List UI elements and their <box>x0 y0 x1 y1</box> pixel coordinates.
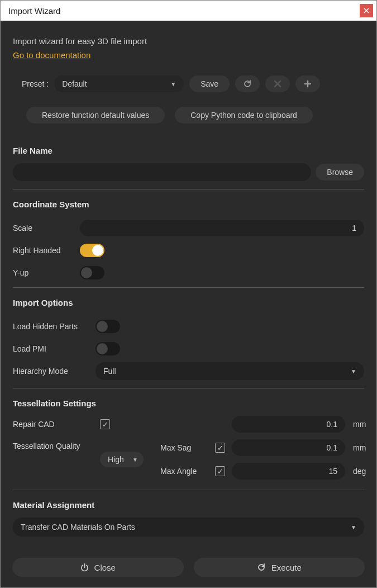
close-icon[interactable] <box>360 4 373 17</box>
repair-cad-unit: mm <box>350 420 372 429</box>
repair-cad-input[interactable] <box>232 416 345 433</box>
maxsag-input[interactable] <box>232 439 345 456</box>
scale-label: Scale <box>13 224 80 233</box>
delete-icon[interactable] <box>265 75 290 92</box>
refresh-icon <box>257 563 266 572</box>
restore-defaults-button[interactable]: Restore function default values <box>26 107 165 124</box>
yup-row: Y-up <box>13 262 364 284</box>
refresh-icon[interactable] <box>235 75 260 92</box>
maxangle-unit: deg <box>350 467 372 476</box>
divider <box>13 388 364 388</box>
tess-quality-value: High <box>108 455 124 464</box>
footer: Close Execute <box>0 558 377 577</box>
filename-row: Browse <box>13 163 364 181</box>
documentation-link[interactable]: Go to documentation <box>13 50 90 60</box>
maxsag-label: Max Sag <box>160 443 211 452</box>
secondary-actions: Restore function default values Copy Pyt… <box>13 107 364 124</box>
chevron-down-icon: ▼ <box>170 81 176 87</box>
titlebar: Import Wizard <box>1 1 376 21</box>
hierarchy-value: Full <box>103 367 116 376</box>
maxsag-unit: mm <box>350 443 372 452</box>
copy-python-button[interactable]: Copy Python code to clipboard <box>175 107 313 124</box>
add-icon[interactable] <box>295 75 320 92</box>
load-pmi-toggle[interactable] <box>96 342 120 355</box>
preset-row: Preset : Default ▼ Save <box>13 75 364 92</box>
divider <box>13 490 364 490</box>
preset-label: Preset : <box>22 79 49 88</box>
execute-label: Execute <box>271 563 302 572</box>
maxangle-checkbox[interactable]: ✓ <box>215 466 225 476</box>
maxangle-input[interactable] <box>232 463 345 480</box>
window-title: Import Wizard <box>8 6 360 16</box>
maxangle-label: Max Angle <box>160 467 211 476</box>
material-select[interactable]: Transfer CAD Materials On Parts ▼ <box>13 518 364 537</box>
yup-toggle[interactable] <box>80 266 104 279</box>
scale-input[interactable] <box>80 220 364 236</box>
power-icon <box>80 563 89 572</box>
dialog-body: Import wizard for easy 3D file import Go… <box>1 21 376 542</box>
browse-button[interactable]: Browse <box>316 164 364 181</box>
filename-input[interactable] <box>13 163 311 181</box>
hierarchy-row: Hierarchy Mode Full ▼ <box>13 360 364 382</box>
maxsag-checkbox[interactable]: ✓ <box>215 443 225 453</box>
tess-title: Tessellation Settings <box>13 399 364 408</box>
right-handed-label: Right Handed <box>13 246 80 255</box>
intro-text: Import wizard for easy 3D file import <box>13 36 364 46</box>
repair-cad-checkbox[interactable]: ✓ <box>100 419 110 429</box>
execute-button[interactable]: Execute <box>194 558 365 577</box>
divider <box>13 189 364 189</box>
repair-cad-label: Repair CAD <box>13 420 96 429</box>
filename-title: File Name <box>13 146 364 155</box>
load-hidden-label: Load Hidden Parts <box>13 322 96 331</box>
load-hidden-row: Load Hidden Parts <box>13 315 364 338</box>
right-handed-toggle[interactable] <box>80 244 104 257</box>
chevron-down-icon: ▼ <box>351 368 356 374</box>
hierarchy-select[interactable]: Full ▼ <box>96 362 364 380</box>
divider <box>13 287 364 288</box>
material-value: Transfer CAD Materials On Parts <box>21 523 135 532</box>
chevron-down-icon: ▼ <box>132 457 138 463</box>
close-button[interactable]: Close <box>12 558 184 577</box>
load-pmi-row: Load PMI <box>13 338 364 360</box>
material-title: Material Assignment <box>13 500 364 510</box>
tess-quality-label: Tessellation Quality <box>13 439 96 451</box>
load-pmi-label: Load PMI <box>13 344 96 353</box>
preset-select[interactable]: Default ▼ <box>54 75 184 92</box>
right-handed-row: Right Handed <box>13 239 364 262</box>
load-hidden-toggle[interactable] <box>96 320 120 333</box>
preset-value: Default <box>62 79 87 88</box>
close-label: Close <box>94 563 116 572</box>
save-preset-button[interactable]: Save <box>189 75 230 92</box>
chevron-down-icon: ▼ <box>351 524 356 530</box>
coord-title: Coordinate System <box>13 200 364 209</box>
yup-label: Y-up <box>13 268 80 277</box>
scale-row: Scale <box>13 217 364 239</box>
tess-grid: Repair CAD ✓ mm Tessellation Quality Hig… <box>13 416 364 480</box>
hierarchy-label: Hierarchy Mode <box>13 367 96 376</box>
tess-quality-select[interactable]: High ▼ <box>100 452 144 467</box>
import-options-title: Import Options <box>13 298 364 307</box>
